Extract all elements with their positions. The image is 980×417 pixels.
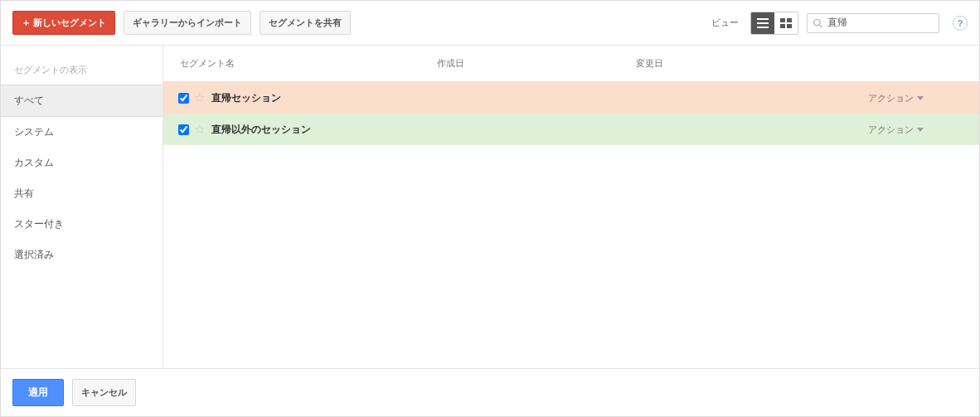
action-label: アクション (868, 124, 914, 136)
table-header: セグメント名 作成日 変更日 (163, 46, 979, 82)
svg-point-7 (814, 19, 820, 25)
svg-rect-5 (780, 24, 785, 28)
row-name-label: 直帰セッション (211, 91, 281, 105)
svg-rect-3 (780, 18, 785, 22)
table-row: ☆直帰セッションアクション (163, 82, 979, 114)
star-icon[interactable]: ☆ (194, 90, 205, 105)
sidebar-item-5[interactable]: 選択済み (1, 240, 163, 270)
sidebar: セグメントの表示 すべてシステムカスタム共有スター付き選択済み (1, 46, 163, 368)
svg-rect-0 (757, 18, 769, 20)
search-input[interactable] (826, 17, 934, 30)
sidebar-item-0[interactable]: すべて (1, 85, 163, 117)
svg-rect-1 (757, 22, 769, 24)
svg-line-8 (819, 24, 822, 27)
view-list-button[interactable] (751, 12, 774, 34)
list-icon (757, 18, 769, 28)
search-icon (813, 17, 822, 29)
import-gallery-button[interactable]: ギャラリーからインポート (124, 11, 251, 35)
help-button[interactable]: ? (953, 16, 968, 31)
sidebar-item-2[interactable]: カスタム (1, 148, 163, 178)
header-modified[interactable]: 変更日 (631, 46, 868, 81)
table-row: ☆直帰以外のセッションアクション (163, 114, 979, 145)
search-box[interactable] (807, 13, 939, 33)
grid-icon (780, 18, 792, 28)
sidebar-item-3[interactable]: 共有 (1, 178, 163, 209)
sidebar-item-1[interactable]: システム (1, 117, 163, 148)
svg-rect-4 (787, 18, 792, 22)
header-name[interactable]: セグメント名 (175, 46, 432, 81)
main-area: セグメント名 作成日 変更日 ☆直帰セッションアクション☆直帰以外のセッションア… (163, 46, 979, 368)
view-toggle (750, 12, 798, 35)
svg-rect-2 (757, 27, 769, 28)
row-checkbox[interactable] (178, 124, 189, 135)
sidebar-title: セグメントの表示 (1, 64, 163, 85)
toolbar: ＋ 新しいセグメント ギャラリーからインポート セグメントを共有 ビュー (1, 1, 979, 46)
chevron-down-icon (917, 96, 924, 100)
header-created[interactable]: 作成日 (432, 46, 631, 81)
segment-panel: ＋ 新しいセグメント ギャラリーからインポート セグメントを共有 ビュー (0, 0, 980, 417)
action-label: アクション (868, 92, 914, 104)
row-name-label: 直帰以外のセッション (211, 123, 311, 137)
footer: 適用 キャンセル (1, 368, 979, 416)
cancel-button[interactable]: キャンセル (72, 379, 136, 406)
row-action-menu[interactable]: アクション (868, 124, 968, 136)
apply-button[interactable]: 適用 (12, 379, 64, 406)
new-segment-button[interactable]: ＋ 新しいセグメント (12, 11, 115, 35)
chevron-down-icon (917, 128, 924, 132)
view-grid-button[interactable] (774, 12, 798, 34)
share-segment-button[interactable]: セグメントを共有 (260, 11, 351, 35)
row-checkbox[interactable] (178, 93, 189, 104)
svg-rect-6 (787, 24, 792, 28)
sidebar-item-4[interactable]: スター付き (1, 209, 163, 240)
star-icon[interactable]: ☆ (194, 122, 205, 137)
row-action-menu[interactable]: アクション (868, 92, 968, 104)
view-label: ビュー (711, 17, 739, 29)
